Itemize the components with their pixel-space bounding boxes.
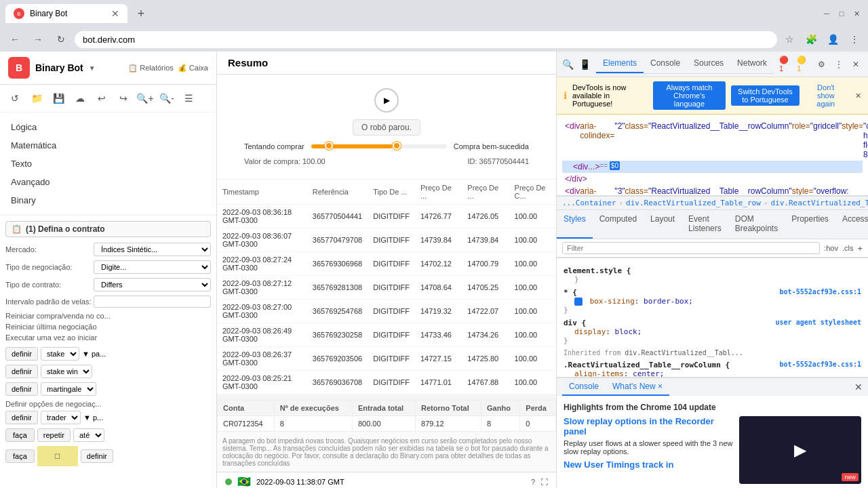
settings-icon[interactable]: ⚙ xyxy=(814,57,829,72)
col-referencia[interactable]: Referência xyxy=(307,180,368,205)
stake-win-select[interactable]: stake win xyxy=(41,365,92,378)
tab-elements[interactable]: Elements xyxy=(596,54,644,73)
trader-select[interactable]: trader xyxy=(41,411,81,424)
device-icon[interactable]: 📱 xyxy=(579,59,591,70)
tool-cloud-icon[interactable]: ☁ xyxy=(71,89,90,108)
extensions-icon[interactable]: 🧩 xyxy=(803,31,819,47)
cls-icon[interactable]: .cls xyxy=(842,244,854,252)
faca2-button[interactable]: faça xyxy=(5,449,35,463)
breadcrumb-1[interactable]: div.ReactVirtualized_Table_row xyxy=(626,199,761,207)
tool-zoom-in-icon[interactable]: 🔍+ xyxy=(136,89,155,108)
tool-redo-icon[interactable]: ↪ xyxy=(114,89,133,108)
tool-list-icon[interactable]: ☰ xyxy=(179,89,198,108)
style-source-0[interactable]: bot-5552acf93e.css:1 xyxy=(780,288,861,296)
tool-reload-icon[interactable]: ↺ xyxy=(5,89,24,108)
accessibility-tab[interactable]: Accessibility xyxy=(835,210,868,239)
console-link-0[interactable]: Slow replay options in the Recorder pane… xyxy=(564,416,734,436)
col-preco2[interactable]: Preço De ... xyxy=(462,180,509,205)
sidebar-item-texto[interactable]: Texto xyxy=(0,155,216,173)
tab-network[interactable]: Network xyxy=(730,54,774,73)
title-bar-left: B Binary Bot ✕ + xyxy=(5,4,815,23)
checkbox-icon[interactable]: ☐ xyxy=(54,453,60,460)
styles-filter-input[interactable] xyxy=(562,242,820,254)
html-line-2[interactable]: </div> xyxy=(562,173,863,185)
bookmark-star-icon[interactable]: ☆ xyxy=(781,31,797,47)
close-window-button[interactable]: ✕ xyxy=(850,7,863,20)
sidebar-item-matematica[interactable]: Matemática xyxy=(0,136,216,155)
definir-button-0[interactable]: definir xyxy=(5,347,38,361)
styles-tab[interactable]: Styles xyxy=(557,210,593,239)
computed-tab[interactable]: Computed xyxy=(593,210,644,239)
stake-select-0[interactable]: stake xyxy=(41,347,79,361)
html-line-1[interactable]: <div ... > == $0 xyxy=(562,161,863,173)
close-notification-icon[interactable]: ✕ xyxy=(855,92,861,100)
tipo-contrato-select[interactable]: Differs xyxy=(94,278,211,291)
minimize-button[interactable]: ─ xyxy=(821,7,833,20)
profile-icon[interactable]: 👤 xyxy=(825,31,841,47)
align-items-prop: align-items: center; xyxy=(564,369,861,377)
tab-close-button[interactable]: ✕ xyxy=(111,8,119,19)
video-thumbnail[interactable]: ▶ new xyxy=(739,416,861,484)
html-line-0[interactable]: <div aria-colindex="2" class="ReactVirtu… xyxy=(562,120,863,161)
tipo-neg-select[interactable]: Digite... xyxy=(94,260,211,274)
reports-icon[interactable]: 📋 Relatórios xyxy=(128,64,174,73)
new-tab-button[interactable]: + xyxy=(132,4,151,23)
reload-button[interactable]: ↻ xyxy=(52,30,71,49)
tool-zoom-out-icon[interactable]: 🔍- xyxy=(157,89,176,108)
forward-button[interactable]: → xyxy=(28,30,47,49)
help-button[interactable]: ? xyxy=(531,478,535,486)
defin-button[interactable]: definir xyxy=(81,449,113,463)
faca-button[interactable]: faça xyxy=(5,428,35,442)
match-language-button[interactable]: Always match Chrome's language xyxy=(653,81,726,110)
switch-devtools-button[interactable]: Switch DevTools to Portuguese xyxy=(731,85,799,106)
caixa-icon[interactable]: 💰 Caixa xyxy=(178,64,208,73)
inspect-icon[interactable]: 🔍 xyxy=(562,59,574,70)
sidebar-item-avancado[interactable]: Avançado xyxy=(0,173,216,191)
whats-new-tab[interactable]: What's New × xyxy=(606,378,669,396)
menu-icon[interactable]: ⋮ xyxy=(846,31,863,47)
console-link-1[interactable]: New User Timings track in xyxy=(564,460,734,470)
tool-undo-icon[interactable]: ↩ xyxy=(92,89,111,108)
mercado-select[interactable]: Índices Sintétic... xyxy=(94,243,211,256)
fullscreen-button[interactable]: ⛶ xyxy=(540,478,548,486)
back-button[interactable]: ← xyxy=(5,30,24,49)
style-source-2[interactable]: bot-5552acf93e.css:1 xyxy=(780,361,861,368)
tab-sources[interactable]: Sources xyxy=(687,54,730,73)
close-console-button[interactable]: ✕ xyxy=(854,382,863,392)
url-bar[interactable]: bot.deriv.com xyxy=(75,31,777,48)
close-devtools-icon[interactable]: ✕ xyxy=(848,57,863,72)
checkbox-checked-icon[interactable] xyxy=(574,298,583,306)
breadcrumb-0[interactable]: ...Container xyxy=(562,199,616,207)
browser-tab[interactable]: B Binary Bot ✕ xyxy=(5,4,127,23)
breadcrumb-2[interactable]: div.ReactVirtualized_Table_rowColumn xyxy=(770,199,868,207)
dont-show-button[interactable]: Don't show again xyxy=(805,81,847,110)
event-listeners-tab[interactable]: Event Listeners xyxy=(682,210,728,239)
play-button[interactable]: ▶ xyxy=(374,88,399,113)
definir-button-2[interactable]: definir xyxy=(5,382,38,396)
definir-button-1[interactable]: definir xyxy=(5,365,38,378)
martingale-select[interactable]: martingale xyxy=(41,382,96,396)
layout-tab[interactable]: Layout xyxy=(644,210,682,239)
tool-save-icon[interactable]: 💾 xyxy=(49,89,68,108)
maximize-button[interactable]: □ xyxy=(835,7,848,20)
pseudo-class-icon[interactable]: :hov xyxy=(824,244,838,252)
col-preco3[interactable]: Preço De C... xyxy=(509,180,556,205)
more-tools-icon[interactable]: ⋮ xyxy=(831,57,846,72)
col-preco1[interactable]: Preço De ... xyxy=(415,180,462,205)
plus-icon[interactable]: + xyxy=(857,243,863,253)
tab-console[interactable]: Console xyxy=(644,54,687,73)
sidebar-item-logica[interactable]: Lógica xyxy=(0,118,216,136)
html-line-3[interactable]: <div aria-colindex="3" class="ReactVirtu… xyxy=(562,185,863,196)
sidebar-item-binary[interactable]: Binary xyxy=(0,191,216,209)
dom-breakpoints-tab[interactable]: DOM Breakpoints xyxy=(728,210,785,239)
repetir-button[interactable]: repetir xyxy=(37,428,71,442)
col-tipo[interactable]: Tipo De ... xyxy=(368,180,415,205)
properties-tab[interactable]: Properties xyxy=(785,210,835,239)
tool-folder-icon[interactable]: 📁 xyxy=(27,89,46,108)
definir-button-3[interactable]: definir xyxy=(5,411,38,424)
ate-select[interactable]: até xyxy=(73,428,104,442)
col-timestamp[interactable]: Timestamp xyxy=(217,180,307,205)
brand-dropdown-icon[interactable]: ▼ xyxy=(89,64,96,72)
console-tab[interactable]: Console xyxy=(562,378,606,396)
intervalo-input[interactable] xyxy=(94,296,211,308)
